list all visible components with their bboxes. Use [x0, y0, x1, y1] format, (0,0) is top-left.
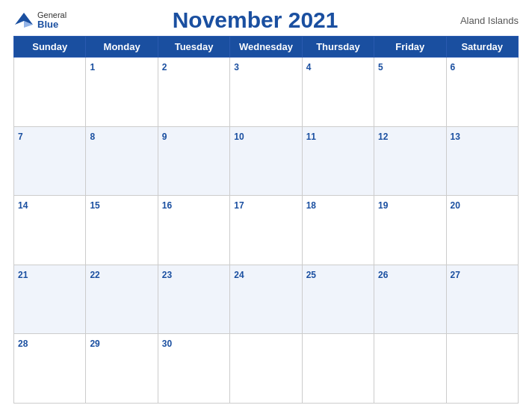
weekday-header-tuesday: Tuesday — [158, 37, 229, 58]
day-number: 18 — [306, 200, 316, 211]
top-bar: General Blue November 2021 Aland Islands — [13, 7, 519, 33]
day-number: 23 — [162, 270, 172, 280]
day-number: 1 — [90, 62, 95, 72]
calendar-week-row: 14151617181920 — [14, 196, 519, 265]
day-number: 17 — [234, 200, 244, 211]
day-number: 16 — [162, 200, 172, 211]
day-number: 28 — [18, 339, 28, 349]
calendar-day-cell: 1 — [86, 58, 158, 127]
day-number: 25 — [306, 270, 316, 280]
calendar-day-cell: 21 — [14, 265, 86, 334]
day-number: 19 — [378, 200, 388, 211]
day-number: 9 — [162, 132, 167, 142]
calendar-day-cell: 6 — [446, 58, 518, 127]
day-number: 26 — [378, 270, 388, 280]
calendar-week-row: 78910111213 — [14, 126, 519, 196]
day-number: 10 — [234, 132, 244, 142]
day-number: 2 — [162, 62, 167, 72]
day-number: 21 — [18, 270, 28, 280]
day-number: 3 — [234, 62, 239, 72]
calendar-day-cell: 26 — [374, 265, 446, 334]
calendar-day-cell — [302, 334, 374, 404]
calendar-day-cell: 16 — [158, 196, 229, 265]
calendar-day-cell: 4 — [302, 58, 374, 127]
calendar-day-cell: 20 — [446, 196, 518, 265]
day-number: 14 — [18, 200, 28, 211]
calendar-day-cell: 14 — [14, 196, 86, 265]
weekday-header-thursday: Thursday — [302, 37, 374, 58]
calendar-day-cell: 5 — [374, 58, 446, 127]
calendar-day-cell: 10 — [230, 126, 302, 196]
weekday-header-saturday: Saturday — [446, 37, 518, 58]
weekday-header-row: SundayMondayTuesdayWednesdayThursdayFrid… — [14, 37, 519, 58]
day-number: 22 — [90, 270, 99, 280]
calendar-day-cell: 9 — [158, 126, 229, 196]
day-number: 4 — [306, 62, 312, 72]
calendar-day-cell: 27 — [446, 265, 518, 334]
calendar-day-cell: 12 — [374, 126, 446, 196]
calendar-day-cell — [14, 58, 86, 127]
calendar-day-cell: 18 — [302, 196, 374, 265]
day-number: 20 — [451, 200, 460, 211]
calendar-day-cell: 11 — [302, 126, 374, 196]
calendar-table: SundayMondayTuesdayWednesdayThursdayFrid… — [13, 36, 519, 404]
calendar-day-cell: 24 — [230, 265, 302, 334]
calendar-week-row: 21222324252627 — [14, 265, 519, 334]
calendar-day-cell: 22 — [86, 265, 158, 334]
day-number: 13 — [451, 132, 460, 142]
day-number: 30 — [162, 339, 172, 349]
day-number: 15 — [90, 200, 99, 211]
calendar-day-cell: 3 — [230, 58, 302, 127]
day-number: 6 — [451, 62, 456, 72]
day-number: 7 — [18, 132, 23, 142]
day-number: 27 — [451, 270, 460, 280]
day-number: 8 — [90, 132, 95, 142]
day-number: 5 — [378, 62, 383, 72]
calendar-day-cell: 13 — [446, 126, 518, 196]
calendar-day-cell — [230, 334, 302, 404]
logo-text: General Blue — [37, 10, 66, 30]
weekday-header-sunday: Sunday — [14, 37, 86, 58]
calendar-day-cell: 8 — [86, 126, 158, 196]
logo-blue-label: Blue — [37, 19, 66, 30]
logo-bird-icon — [13, 10, 34, 31]
calendar-week-row: 123456 — [14, 58, 519, 127]
calendar-day-cell: 29 — [86, 334, 158, 404]
calendar-day-cell: 17 — [230, 196, 302, 265]
month-title: November 2021 — [66, 7, 444, 33]
calendar-day-cell — [374, 334, 446, 404]
day-number: 11 — [306, 132, 316, 142]
logo: General Blue — [13, 10, 66, 31]
region-label: Aland Islands — [444, 15, 519, 26]
calendar-week-row: 282930 — [14, 334, 519, 404]
day-number: 12 — [378, 132, 388, 142]
weekday-header-friday: Friday — [374, 37, 446, 58]
weekday-header-wednesday: Wednesday — [230, 37, 302, 58]
calendar-day-cell: 30 — [158, 334, 229, 404]
calendar-day-cell: 23 — [158, 265, 229, 334]
calendar-day-cell — [446, 334, 518, 404]
weekday-header-monday: Monday — [86, 37, 158, 58]
day-number: 29 — [90, 339, 99, 349]
calendar-day-cell: 28 — [14, 334, 86, 404]
calendar-day-cell: 25 — [302, 265, 374, 334]
calendar-day-cell: 7 — [14, 126, 86, 196]
calendar-day-cell: 15 — [86, 196, 158, 265]
day-number: 24 — [234, 270, 244, 280]
calendar-day-cell: 2 — [158, 58, 229, 127]
calendar-day-cell: 19 — [374, 196, 446, 265]
